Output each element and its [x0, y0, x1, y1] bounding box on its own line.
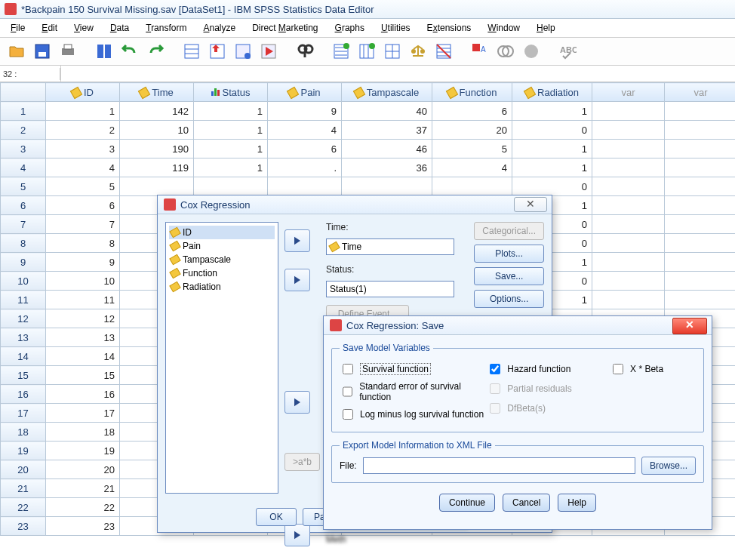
cox-save-title[interactable]: Cox Regression: Save ✕ [324, 316, 712, 335]
data-cell[interactable]: 0 [512, 177, 592, 196]
column-header-time[interactable]: Time [120, 83, 194, 102]
row-header[interactable]: 17 [1, 404, 46, 423]
menu-direct-marketing[interactable]: Direct Marketing [244, 20, 325, 35]
status-field[interactable]: Status(1) [326, 281, 454, 297]
menu-window[interactable]: Window [480, 20, 527, 35]
column-header-empty[interactable]: var [592, 83, 665, 102]
row-header[interactable]: 23 [1, 517, 46, 536]
data-cell[interactable]: 1 [512, 140, 592, 158]
data-cell[interactable] [665, 215, 736, 234]
variable-list[interactable]: IDPainTampascaleFunctionRadiation [165, 222, 278, 494]
row-header[interactable]: 22 [1, 498, 46, 517]
data-cell[interactable] [592, 102, 665, 121]
data-cell[interactable]: 1 [194, 158, 268, 177]
data-cell[interactable]: 19 [46, 442, 120, 460]
row-header[interactable]: 16 [1, 385, 46, 404]
data-cell[interactable] [120, 177, 194, 196]
run-icon[interactable] [258, 41, 279, 62]
data-cell[interactable] [268, 177, 342, 196]
column-header-pain[interactable]: Pain [268, 83, 342, 102]
data-cell[interactable] [592, 196, 665, 215]
data-cell[interactable] [665, 158, 736, 177]
data-cell[interactable]: 46 [342, 140, 432, 158]
plots-button[interactable]: Plots... [474, 245, 544, 263]
cox-dialog-title[interactable]: Cox Regression ✕ [158, 195, 552, 214]
variable-item-id[interactable]: ID [169, 226, 275, 239]
menu-utilities[interactable]: Utilities [374, 20, 418, 35]
cancel-button[interactable]: Cancel [503, 494, 550, 512]
row-header[interactable]: 15 [1, 366, 46, 385]
row-header[interactable]: 12 [1, 309, 46, 328]
row-header[interactable]: 1 [1, 102, 46, 121]
menu-data[interactable]: Data [103, 20, 137, 35]
data-cell[interactable]: 11 [46, 291, 120, 309]
data-cell[interactable] [665, 234, 736, 253]
row-header[interactable]: 8 [1, 234, 46, 253]
data-cell[interactable] [665, 253, 736, 272]
weight-cases-icon[interactable] [407, 41, 429, 62]
use-sets-icon[interactable] [495, 41, 516, 62]
hazard-function-checkbox[interactable]: Hazard function [487, 359, 610, 379]
data-cell[interactable] [592, 215, 665, 234]
menu-help[interactable]: Help [529, 20, 563, 35]
data-cell[interactable]: 18 [46, 423, 120, 442]
data-cell[interactable] [592, 272, 665, 291]
x-beta-checkbox[interactable]: X * Beta [610, 359, 696, 379]
data-cell[interactable] [432, 177, 512, 196]
data-cell[interactable]: 21 [46, 479, 120, 498]
save-button[interactable]: Save... [474, 267, 544, 285]
data-cell[interactable]: 40 [342, 102, 432, 121]
move-to-time-button[interactable] [284, 229, 310, 252]
data-cell[interactable]: 6 [432, 102, 512, 121]
file-input[interactable] [363, 457, 635, 474]
variable-item-function[interactable]: Function [169, 266, 275, 280]
data-cell[interactable]: 4 [432, 158, 512, 177]
data-cell[interactable] [665, 121, 736, 140]
close-button[interactable]: ✕ [514, 197, 547, 212]
data-cell[interactable] [665, 272, 736, 291]
row-header[interactable]: 5 [1, 177, 46, 196]
row-header[interactable]: 6 [1, 196, 46, 215]
continue-button[interactable]: Continue [439, 494, 495, 512]
data-cell[interactable]: 1 [194, 121, 268, 140]
row-header[interactable]: 21 [1, 479, 46, 498]
column-header-function[interactable]: Function [432, 83, 512, 102]
variables-icon[interactable] [232, 41, 254, 62]
data-cell[interactable]: 10 [46, 272, 120, 291]
data-cell[interactable]: 15 [46, 366, 120, 385]
data-cell[interactable] [592, 253, 665, 272]
redo-icon[interactable] [145, 41, 166, 62]
data-cell[interactable] [592, 158, 665, 177]
data-cell[interactable]: . [268, 158, 342, 177]
row-header[interactable]: 3 [1, 140, 46, 158]
data-cell[interactable]: 119 [120, 158, 194, 177]
data-cell[interactable]: 5 [46, 177, 120, 196]
menu-view[interactable]: View [66, 20, 101, 35]
data-cell[interactable] [592, 234, 665, 253]
column-header-radiation[interactable]: Radiation [512, 83, 592, 102]
insert-variable-icon[interactable] [356, 41, 377, 62]
row-header[interactable]: 18 [1, 423, 46, 442]
standard-error-checkbox[interactable]: Standard error of survival function [340, 379, 487, 405]
row-header[interactable]: 7 [1, 215, 46, 234]
data-cell[interactable]: 1 [194, 140, 268, 158]
menu-edit[interactable]: Edit [34, 20, 65, 35]
data-cell[interactable]: 16 [46, 385, 120, 404]
column-header-status[interactable]: Status [194, 83, 268, 102]
help-button[interactable]: Help [558, 494, 596, 512]
goto-case-icon[interactable] [181, 41, 202, 62]
insert-case-icon[interactable] [331, 41, 352, 62]
save-icon[interactable] [32, 41, 53, 62]
data-cell[interactable] [592, 291, 665, 309]
data-cell[interactable]: 20 [46, 460, 120, 479]
data-cell[interactable]: 1 [512, 102, 592, 121]
split-file-icon[interactable] [382, 41, 403, 62]
data-cell[interactable]: 7 [46, 215, 120, 234]
move-to-strata-button[interactable] [284, 524, 310, 546]
interaction-button[interactable]: >a*b [284, 453, 320, 471]
close-button[interactable]: ✕ [672, 318, 707, 334]
data-cell[interactable]: 22 [46, 498, 120, 517]
data-cell[interactable] [665, 291, 736, 309]
data-cell[interactable] [665, 102, 736, 121]
data-cell[interactable]: 10 [120, 121, 194, 140]
